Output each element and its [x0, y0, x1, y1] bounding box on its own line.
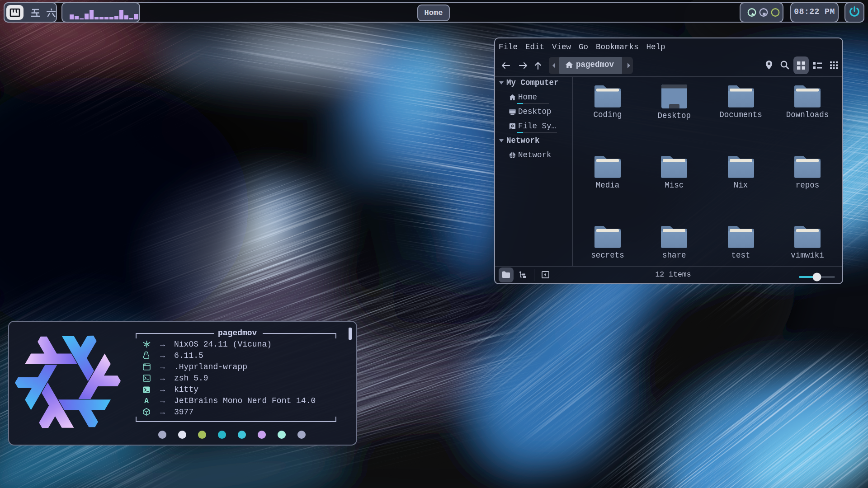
svg-text:A: A	[144, 397, 149, 404]
